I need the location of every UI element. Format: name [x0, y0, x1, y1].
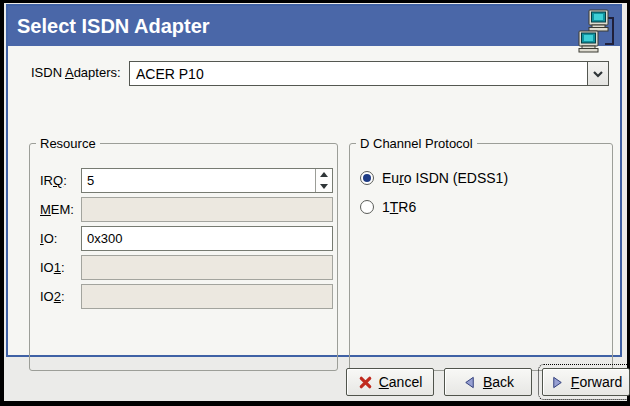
isdn-adapters-combobox[interactable]: ACER P10: [129, 61, 609, 86]
isdn-adapters-label: ISDN Adapters:: [31, 65, 121, 80]
spin-down-button[interactable]: [316, 181, 332, 193]
select-isdn-adapter-dialog: Select ISDN Adapter: [0, 0, 630, 406]
irq-input[interactable]: [81, 168, 333, 193]
arrow-right-icon: [550, 375, 565, 390]
wizard-content: ISDN Adapters: ACER P10 Resource IRQ:: [8, 46, 620, 357]
d-channel-protocol-group-title: D Channel Protocol: [356, 136, 477, 151]
io2-input: [81, 284, 333, 309]
arrow-left-icon: [462, 375, 477, 390]
io1-label: IO1:: [40, 255, 65, 280]
io1-input: [81, 255, 333, 280]
forward-button-label: Forward: [571, 374, 622, 390]
resource-group: Resource IRQ: MEM: IO: IO1: IO2:: [29, 143, 338, 371]
isdn-adapters-selected-value: ACER P10: [130, 66, 587, 82]
irq-spinbutton-wrap: [81, 168, 333, 193]
wizard-header: Select ISDN Adapter: [8, 6, 620, 46]
mem-label: MEM:: [40, 197, 74, 222]
chevron-down-icon: [591, 68, 605, 80]
back-button-label: Back: [483, 374, 514, 390]
cancel-button-label: Cancel: [379, 374, 423, 390]
triangle-up-icon: [320, 172, 328, 177]
radio-option-1tr6[interactable]: 1TR6: [360, 199, 416, 215]
triangle-down-icon: [320, 184, 328, 189]
resource-group-title: Resource: [36, 136, 100, 151]
io-label: IO:: [40, 226, 57, 251]
page-title: Select ISDN Adapter: [8, 6, 620, 46]
io-input[interactable]: [81, 226, 333, 251]
spin-up-button[interactable]: [316, 169, 332, 181]
irq-label: IRQ:: [40, 168, 67, 193]
back-button[interactable]: Back: [444, 368, 532, 396]
wizard-panel: Select ISDN Adapter: [6, 4, 622, 357]
network-computers-icon: [578, 8, 616, 55]
radio-button-icon[interactable]: [360, 200, 374, 214]
radio-label-1tr6: 1TR6: [382, 199, 416, 215]
radio-option-euro-isdn[interactable]: Euro ISDN (EDSS1): [360, 170, 508, 186]
radio-label-euro-isdn: Euro ISDN (EDSS1): [382, 170, 508, 186]
cancel-x-icon: [358, 375, 373, 390]
combobox-dropdown-button[interactable]: [587, 62, 608, 85]
cancel-button[interactable]: Cancel: [346, 368, 434, 396]
io2-label: IO2:: [40, 284, 65, 309]
forward-button[interactable]: Forward: [542, 368, 630, 396]
radio-button-icon[interactable]: [360, 171, 374, 185]
d-channel-protocol-group: D Channel Protocol Euro ISDN (EDSS1) 1TR…: [349, 143, 613, 371]
mem-input: [81, 197, 333, 222]
irq-spinner: [315, 169, 332, 192]
